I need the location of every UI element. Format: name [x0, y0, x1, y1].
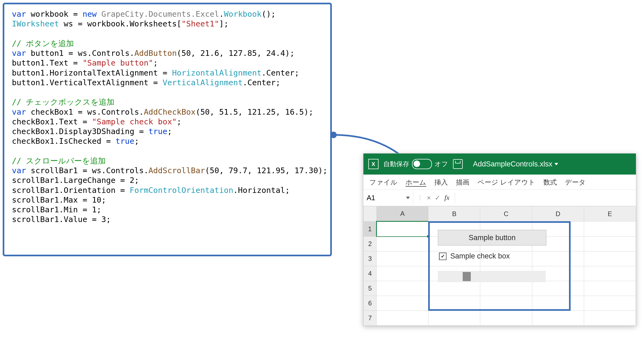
tab-draw[interactable]: 描画: [456, 178, 469, 187]
toggle-icon: [412, 159, 432, 169]
drag-handle-icon[interactable]: ⋮: [417, 194, 423, 201]
select-all-corner[interactable]: [364, 206, 377, 221]
kw-new: new: [83, 9, 97, 19]
ribbon-tabs: ファイル ホーム 挿入 描画 ページ レイアウト 数式 データ: [363, 175, 636, 190]
cell[interactable]: [480, 281, 532, 296]
autosave-state: オフ: [435, 160, 448, 168]
cell[interactable]: [480, 296, 532, 311]
cell[interactable]: [480, 311, 532, 326]
comment-button: // ボタンを追加: [12, 39, 74, 48]
cell[interactable]: [428, 296, 480, 311]
tab-formula[interactable]: 数式: [543, 178, 557, 187]
row-header-1[interactable]: 1: [364, 221, 377, 237]
cell[interactable]: [584, 281, 636, 296]
cancel-icon[interactable]: ×: [427, 194, 431, 202]
cell[interactable]: [532, 251, 584, 266]
col-header-d[interactable]: D: [532, 206, 584, 221]
cell-a1[interactable]: [377, 221, 428, 237]
name-fx-row: A1 ⋮ × ✓ fx: [363, 190, 636, 206]
scrollbar-thumb[interactable]: [463, 272, 471, 281]
excel-titlebar: X 自動保存 オフ AddSampleControls.xlsx: [363, 154, 636, 175]
sample-checkbox[interactable]: ✔ Sample check box: [439, 252, 510, 260]
row-header-6[interactable]: 6: [364, 296, 377, 311]
cell[interactable]: [532, 296, 584, 311]
comment-checkbox: // チェックボックスを追加: [12, 97, 114, 107]
tab-data[interactable]: データ: [565, 178, 586, 187]
checkbox-icon: ✔: [439, 253, 447, 260]
chevron-down-icon: [406, 197, 410, 199]
cell[interactable]: [377, 237, 428, 251]
tab-home[interactable]: ホーム: [406, 178, 426, 187]
cell[interactable]: [428, 311, 480, 326]
cell[interactable]: [584, 251, 636, 266]
autosave-label: 自動保存: [383, 160, 409, 168]
confirm-icon[interactable]: ✓: [435, 194, 441, 202]
excel-window: X 自動保存 オフ AddSampleControls.xlsx ファイル ホー…: [363, 153, 636, 326]
fx-icon[interactable]: fx: [444, 194, 449, 202]
col-header-a[interactable]: A: [377, 206, 428, 221]
cell[interactable]: [584, 311, 636, 326]
cell[interactable]: [377, 311, 428, 326]
col-header-e[interactable]: E: [584, 206, 636, 221]
tab-layout[interactable]: ページ レイアウト: [478, 178, 535, 187]
row-header-5[interactable]: 5: [364, 281, 377, 296]
excel-app-icon: X: [368, 159, 379, 169]
cell[interactable]: [428, 281, 480, 296]
cell[interactable]: [377, 296, 428, 311]
row-header-2[interactable]: 2: [364, 237, 377, 251]
col-header-b[interactable]: B: [428, 206, 480, 221]
sheet-grid[interactable]: A B C D E 1 2 3 4 5 6 7: [363, 206, 636, 326]
name-box[interactable]: A1: [363, 191, 413, 205]
sheet-area: A B C D E 1 2 3 4 5 6 7 Sample button: [363, 206, 636, 326]
comment-scrollbar: // スクロールバーを追加: [12, 156, 106, 165]
checkbox-label: Sample check box: [450, 252, 510, 260]
cell[interactable]: [532, 281, 584, 296]
row-header-4[interactable]: 4: [364, 266, 377, 281]
row-header-3[interactable]: 3: [364, 251, 377, 266]
row-header-7[interactable]: 7: [364, 311, 377, 326]
save-icon[interactable]: [453, 159, 463, 169]
sample-scrollbar[interactable]: [438, 271, 546, 282]
formula-input[interactable]: [455, 192, 632, 203]
tab-insert[interactable]: 挿入: [434, 178, 448, 187]
cell[interactable]: [584, 237, 636, 251]
cell[interactable]: [377, 266, 428, 281]
cell[interactable]: [532, 311, 584, 326]
chevron-down-icon: [554, 163, 558, 165]
col-header-c[interactable]: C: [480, 206, 532, 221]
code-panel: var workbook = new GrapeCity.Documents.E…: [3, 3, 332, 256]
kw-var: var: [12, 9, 26, 19]
autosave-toggle[interactable]: 自動保存 オフ: [383, 159, 448, 169]
cell[interactable]: [584, 296, 636, 311]
sample-button[interactable]: Sample button: [438, 230, 546, 246]
tab-file[interactable]: ファイル: [369, 178, 397, 187]
cell[interactable]: [584, 266, 636, 281]
formula-bar: ⋮ × ✓ fx: [413, 192, 636, 203]
cell[interactable]: [377, 281, 428, 296]
cell[interactable]: [584, 221, 636, 237]
filename-label[interactable]: AddSampleControls.xlsx: [473, 160, 558, 168]
cell[interactable]: [377, 251, 428, 266]
